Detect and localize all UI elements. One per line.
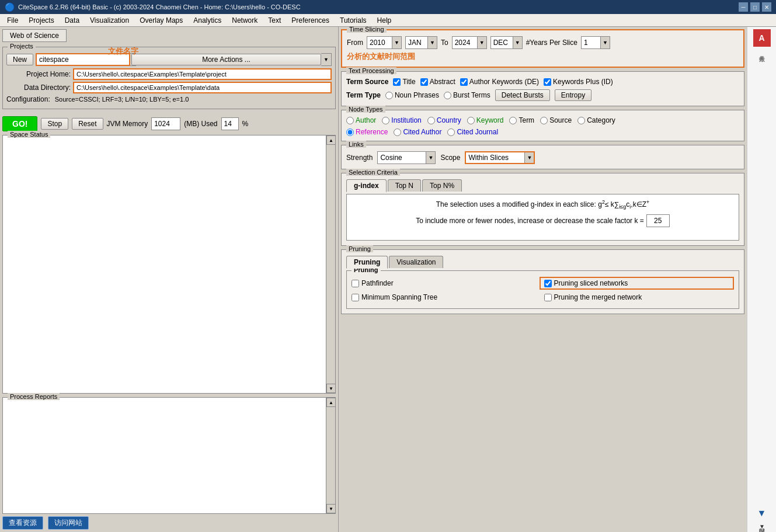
to-year-select[interactable]: 2024 ▼ xyxy=(452,36,487,49)
keywords-plus-checkbox[interactable] xyxy=(544,78,551,86)
process-reports-scrollbar[interactable]: ▲ ▼ xyxy=(326,398,335,513)
pathfinder-checkbox[interactable] xyxy=(352,280,359,287)
view-resources-btn[interactable]: 查看资源 xyxy=(2,516,43,530)
project-home-input[interactable] xyxy=(73,68,332,80)
visit-website-btn[interactable]: 访问网站 xyxy=(48,516,89,530)
pruning-sliced-item: Pruning sliced networks xyxy=(540,277,735,290)
more-actions-dropdown-btn[interactable]: ▼ xyxy=(321,53,332,66)
tab-topn[interactable]: Top N xyxy=(388,179,421,192)
tab-gindex[interactable]: g-index xyxy=(346,179,387,192)
cited-author-label: Cited Author xyxy=(403,128,441,136)
scroll-down-btn[interactable]: ▼ xyxy=(326,384,336,393)
years-per-slice-arrow[interactable]: ▼ xyxy=(600,37,610,48)
source-radio[interactable] xyxy=(540,117,548,124)
scope-arrow[interactable]: ▼ xyxy=(524,152,534,163)
category-label: Category xyxy=(587,116,615,124)
entropy-button[interactable]: Entropy xyxy=(555,89,591,101)
detect-bursts-button[interactable]: Detect Bursts xyxy=(495,89,550,101)
space-status-scrollbar[interactable]: ▲ ▼ xyxy=(326,135,335,393)
selection-criteria-section: Selection Criteria g-index Top N Top N% … xyxy=(341,173,744,246)
term-radio[interactable] xyxy=(509,117,517,124)
to-year-arrow[interactable]: ▼ xyxy=(477,37,486,48)
gindex-content: The selection uses a modified g-index in… xyxy=(346,194,739,241)
minimize-button[interactable]: ─ xyxy=(739,2,748,12)
menu-tutorials[interactable]: Tutorials xyxy=(335,15,371,26)
from-month-value: JAN xyxy=(406,37,427,48)
menu-overlay-maps[interactable]: Overlay Maps xyxy=(135,15,187,26)
formula-text: The selection uses a modified g-index in… xyxy=(436,200,650,208)
from-year-arrow[interactable]: ▼ xyxy=(392,37,401,48)
menu-text[interactable]: Text xyxy=(263,15,286,26)
menu-data[interactable]: Data xyxy=(60,15,84,26)
strength-select[interactable]: Cosine ▼ xyxy=(377,151,436,164)
node-types-section: Node Types Author Institution Country xyxy=(341,110,744,141)
menu-help[interactable]: Help xyxy=(373,15,396,26)
pr-scroll-up-btn[interactable]: ▲ xyxy=(326,398,336,407)
menu-file[interactable]: File xyxy=(2,15,23,26)
category-radio[interactable] xyxy=(577,117,585,124)
pruning-sliced-checkbox[interactable] xyxy=(544,280,552,287)
author-radio[interactable] xyxy=(346,117,354,124)
country-radio[interactable] xyxy=(427,117,435,124)
web-of-science-tab[interactable]: Web of Science xyxy=(2,29,67,42)
burst-terms-radio[interactable] xyxy=(444,92,451,99)
tab-pruning[interactable]: Pruning xyxy=(346,256,388,269)
time-icon[interactable]: 时间▼ xyxy=(758,523,766,530)
menu-projects[interactable]: Projects xyxy=(24,15,58,26)
menu-analytics[interactable]: Analytics xyxy=(189,15,226,26)
tab-topnpct[interactable]: Top N% xyxy=(422,179,462,192)
scroll-up-btn[interactable]: ▲ xyxy=(326,135,336,145)
noun-phrases-radio[interactable] xyxy=(385,92,393,99)
more-actions-button[interactable]: More Actions ... xyxy=(131,54,321,65)
maximize-button[interactable]: □ xyxy=(750,2,760,12)
reference-radio[interactable] xyxy=(346,128,354,136)
from-year-select[interactable]: 2010 ▼ xyxy=(367,36,402,49)
years-per-slice-select[interactable]: 1 ▼ xyxy=(581,36,610,49)
to-month-select[interactable]: DEC ▼ xyxy=(490,36,523,49)
from-month-select[interactable]: JAN ▼ xyxy=(405,36,437,49)
new-button[interactable]: New xyxy=(6,54,33,65)
title-checkbox[interactable] xyxy=(393,78,401,86)
jvm-memory-input[interactable] xyxy=(151,117,180,130)
tab-visualization[interactable]: Visualization xyxy=(389,256,443,268)
time-slicing-label: Time Slicing xyxy=(347,27,387,33)
close-button[interactable]: ✕ xyxy=(762,2,771,12)
selection-criteria-label: Selection Criteria xyxy=(346,169,400,176)
radio-keyword: Keyword xyxy=(467,116,504,124)
reset-button[interactable]: Reset xyxy=(72,118,103,130)
time-annotation: 分析的文献时间范围 xyxy=(347,51,739,62)
keyword-radio[interactable] xyxy=(467,117,475,124)
title-label: Title xyxy=(402,78,415,86)
scope-select[interactable]: Within Slices ▼ xyxy=(465,151,535,164)
strength-arrow[interactable]: ▼ xyxy=(426,152,435,164)
institution-radio[interactable] xyxy=(382,117,389,124)
pruning-merged-checkbox[interactable] xyxy=(544,294,552,301)
annotation-container: 文件名字 xyxy=(108,46,138,57)
jvm-memory-label: JVM Memory xyxy=(107,120,148,128)
scope-value: Within Slices xyxy=(466,152,524,163)
cited-journal-radio[interactable] xyxy=(447,128,455,136)
term-type-label: Term Type xyxy=(346,91,381,99)
author-keywords-checkbox[interactable] xyxy=(460,78,468,86)
stop-button[interactable]: Stop xyxy=(41,118,68,130)
cited-author-radio[interactable] xyxy=(394,128,401,136)
filter-icon[interactable]: ▼ xyxy=(757,508,767,519)
abstract-checkbox[interactable] xyxy=(420,78,428,86)
to-month-arrow[interactable]: ▼ xyxy=(513,37,522,48)
pruning-tab-bar: Pruning Visualization xyxy=(346,256,739,268)
go-button[interactable]: GO! xyxy=(2,116,37,131)
radio-cited-author: Cited Author xyxy=(394,128,441,136)
pr-scroll-down-btn[interactable]: ▼ xyxy=(326,504,336,513)
from-month-arrow[interactable]: ▼ xyxy=(427,37,437,48)
data-directory-input[interactable] xyxy=(73,82,332,93)
window-controls[interactable]: ─ □ ✕ xyxy=(739,2,771,12)
menu-preferences[interactable]: Preferences xyxy=(287,15,334,26)
k-value-input[interactable]: 25 xyxy=(646,214,670,227)
min-spanning-checkbox[interactable] xyxy=(352,294,359,301)
radio-institution: Institution xyxy=(382,116,421,124)
cited-journal-label: Cited Journal xyxy=(457,128,498,136)
keyword-label: Keyword xyxy=(476,116,504,124)
menu-network[interactable]: Network xyxy=(227,15,262,26)
used-value-input[interactable] xyxy=(221,117,239,130)
menu-visualization[interactable]: Visualization xyxy=(85,15,134,26)
